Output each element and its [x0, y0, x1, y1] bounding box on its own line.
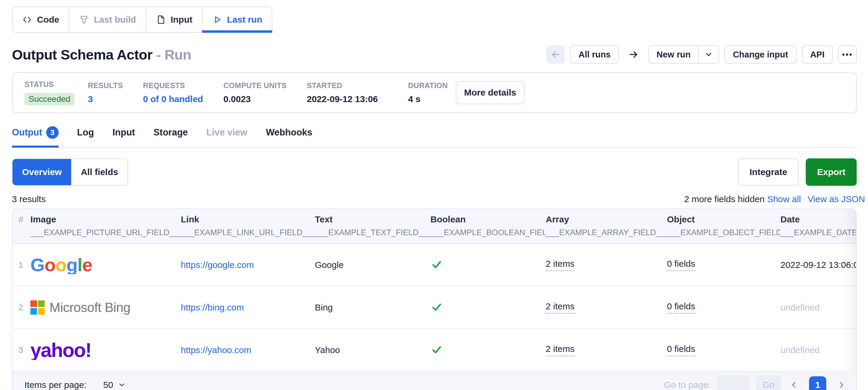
chevron-down-icon: [704, 50, 713, 59]
stat-compute-units: COMPUTE UNITS 0.0023: [223, 81, 307, 104]
stat-results: RESULTS 3: [88, 81, 143, 104]
integrate-button[interactable]: Integrate: [738, 158, 799, 186]
col-array-header[interactable]: Array ___EXAMPLE_ARRAY_FIELD___: [546, 214, 667, 237]
table-row: 2 Microsoft Bing https://bing.com Bing 2…: [12, 286, 856, 329]
row-image-cell: Microsoft Bing: [30, 300, 181, 315]
arrow-left-icon: [551, 50, 561, 60]
col-object-header[interactable]: Object ___EXAMPLE_OBJECT_FIELD___: [667, 214, 780, 237]
stat-requests: REQUESTS 0 of 0 handled: [143, 81, 223, 104]
table-header: # Image ___EXAMPLE_PICTURE_URL_FIELD___ …: [12, 209, 856, 244]
play-icon: [212, 14, 222, 25]
array-items-expander[interactable]: 2 items: [546, 259, 575, 271]
go-button[interactable]: Go: [756, 376, 781, 390]
title-row: Output Schema Actor - Run All runs New r…: [12, 45, 857, 64]
new-run-button[interactable]: New run: [649, 46, 698, 63]
results-count: 3 results: [12, 194, 45, 204]
stat-started: STARTED 2022-09-12 13:06: [307, 81, 408, 104]
items-per-page-select[interactable]: 50: [103, 380, 125, 390]
duration-value: 4 s: [408, 94, 451, 104]
show-all-link[interactable]: Show all: [767, 194, 801, 204]
view-as-json-link[interactable]: View as JSON: [808, 194, 865, 204]
col-image-header[interactable]: Image ___EXAMPLE_PICTURE_URL_FIELD___: [30, 214, 181, 237]
ellipsis-icon: •••: [842, 50, 853, 59]
row-boolean-cell: [430, 343, 546, 357]
results-meta-row: 3 results 2 more fields hidden Show all …: [12, 194, 857, 204]
chevron-left-icon: [789, 380, 799, 390]
actor-section-tabs: Code Last build Input Last run: [12, 6, 272, 33]
pagination: Go to page: Go 1: [664, 376, 848, 390]
object-fields-expander[interactable]: 0 fields: [667, 344, 695, 356]
code-icon: [22, 14, 32, 25]
items-per-page: Items per page: 50: [24, 380, 126, 390]
row-image-cell: yahoo!: [30, 340, 181, 360]
next-run-button[interactable]: [624, 45, 643, 64]
col-text-header[interactable]: Text ___EXAMPLE_TEXT_FIELD___: [315, 214, 430, 237]
tab-code[interactable]: Code: [12, 7, 69, 32]
row-text: Google: [315, 260, 430, 270]
table-row: 1 Google https://google.com Google 2 ite…: [12, 244, 856, 286]
yahoo-logo: yahoo!: [30, 340, 91, 360]
row-date: 2022-09-12 13:06:04: [780, 260, 857, 270]
tab-input-label: Input: [171, 14, 192, 25]
goto-page-input[interactable]: [717, 376, 749, 390]
tab-output[interactable]: Output 3: [12, 126, 59, 147]
col-boolean-header[interactable]: Boolean ___EXAMPLE_BOOLEAN_FIELD___: [430, 214, 546, 237]
change-input-button[interactable]: Change input: [724, 45, 796, 64]
array-items-expander[interactable]: 2 items: [546, 301, 575, 314]
stat-started-label: STARTED: [307, 81, 408, 90]
more-actions-button[interactable]: •••: [838, 45, 857, 64]
new-run-dropdown-button[interactable]: [698, 46, 718, 63]
tab-live-view: Live view: [207, 126, 248, 147]
new-run-split-button: New run: [648, 45, 719, 64]
chevron-right-icon: [836, 380, 846, 390]
tab-code-label: Code: [37, 14, 59, 25]
api-button[interactable]: API: [802, 45, 833, 64]
tab-storage[interactable]: Storage: [153, 126, 188, 147]
previous-page-button[interactable]: [787, 379, 801, 390]
tab-run-input[interactable]: Input: [112, 126, 135, 147]
array-items-expander[interactable]: 2 items: [546, 344, 575, 356]
row-date: undefined: [780, 345, 857, 355]
tab-last-run[interactable]: Last run: [203, 7, 272, 32]
status-badge: Succeeded: [24, 93, 74, 105]
row-date: undefined: [780, 302, 857, 313]
col-link-header[interactable]: Link ___EXAMPLE_LINK_URL_FIELD___: [181, 214, 315, 237]
stat-status: STATUS Succeeded: [24, 80, 88, 105]
bing-logo: Microsoft Bing: [30, 300, 181, 315]
export-button[interactable]: Export: [806, 158, 857, 186]
all-runs-button[interactable]: All runs: [570, 45, 619, 64]
page-title: Output Schema Actor - Run: [12, 46, 191, 63]
table-row: 3 yahoo! https://yahoo.com Yahoo 2 items…: [12, 329, 856, 371]
check-icon: [430, 258, 443, 271]
object-fields-expander[interactable]: 0 fields: [667, 259, 695, 271]
view-mode-toggle: Overview All fields: [12, 158, 128, 186]
page-title-mode: Run: [164, 47, 191, 63]
requests-link[interactable]: 0 of 0 handled: [143, 94, 223, 104]
row-link[interactable]: https://yahoo.com: [181, 345, 251, 355]
next-page-button[interactable]: [835, 379, 848, 390]
stat-duration: DURATION 4 s: [408, 81, 451, 104]
stat-status-label: STATUS: [24, 80, 88, 89]
output-toolbar: Overview All fields Integrate Export: [12, 158, 857, 186]
tab-last-build[interactable]: Last build: [69, 7, 146, 32]
hammer-icon: [79, 14, 89, 25]
row-boolean-cell: [430, 258, 546, 272]
all-fields-toggle[interactable]: All fields: [71, 159, 127, 185]
overview-toggle[interactable]: Overview: [12, 159, 71, 185]
row-link[interactable]: https://bing.com: [181, 302, 244, 312]
row-link[interactable]: https://google.com: [181, 260, 254, 270]
results-link[interactable]: 3: [88, 94, 143, 104]
tab-last-build-label: Last build: [94, 14, 136, 25]
arrow-right-icon: [628, 49, 639, 60]
col-date-header[interactable]: Date ___EXAMPLE_DATE_FIELD___: [780, 214, 857, 237]
started-value: 2022-09-12 13:06: [307, 94, 408, 104]
previous-run-button[interactable]: [546, 45, 565, 64]
google-logo: Google: [30, 256, 92, 274]
more-details-button[interactable]: More details: [456, 81, 525, 104]
tab-log[interactable]: Log: [77, 126, 94, 147]
row-text: Yahoo: [315, 345, 430, 355]
object-fields-expander[interactable]: 0 fields: [667, 301, 695, 314]
tab-input[interactable]: Input: [146, 7, 203, 32]
current-page-button[interactable]: 1: [809, 376, 826, 390]
tab-webhooks[interactable]: Webhooks: [266, 126, 312, 147]
